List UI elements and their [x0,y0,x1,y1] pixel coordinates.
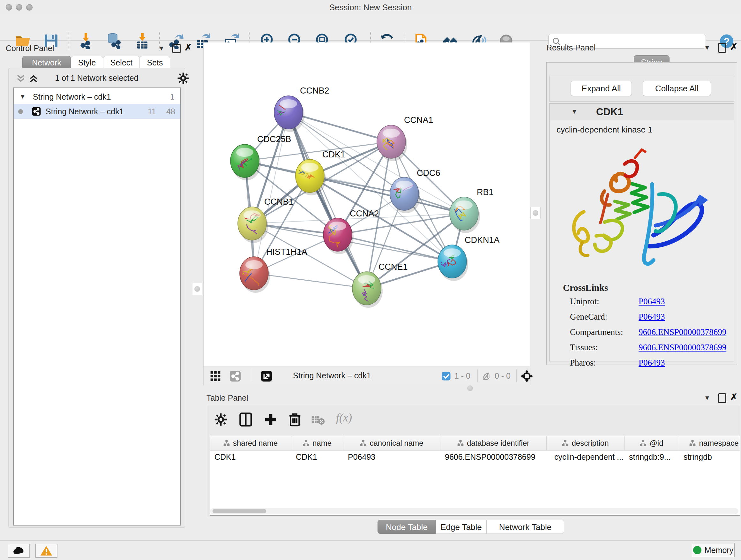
crosslink-row: Pharos:P06493 [570,358,730,368]
collapse-all-button[interactable]: Collapse All [643,81,711,96]
network-canvas[interactable]: CCNB2CCNA1CDC25BCDK1CDC6RB1CCNB1CCNA2CDK… [203,43,530,367]
gear-icon[interactable] [177,72,189,84]
table-cell[interactable]: stringdb [679,450,740,463]
edge-HIST1H1A-CCNE1[interactable] [254,273,367,288]
crosslink-value-link[interactable]: P06493 [638,312,665,322]
node-CCNA1[interactable] [377,125,407,161]
table-cell[interactable]: cyclin-dependent ... [547,450,624,463]
selected-checkbox-icon[interactable] [441,371,451,381]
tab-sets[interactable]: Sets [140,56,170,69]
table-cell[interactable]: P06493 [343,450,441,463]
table-panel-float-icon[interactable] [718,393,726,403]
node-CDKN1A[interactable] [438,245,468,281]
node-CDC25B[interactable] [230,144,261,180]
control-panel-collapse-icon[interactable]: ▼ [158,45,165,51]
control-panel-float-icon[interactable] [172,44,181,53]
edge-CCNB2-CCNE1[interactable] [288,112,367,288]
entry-collapse-icon[interactable]: ▼ [571,108,578,115]
column-header-label: @id [650,439,663,448]
control-panel-title: Control Panel [6,44,54,53]
network-graph[interactable]: CCNB2CCNA1CDC25BCDK1CDC6RB1CCNB1CCNA2CDK… [204,43,530,367]
tree-expander-icon[interactable]: ▼ [19,93,26,100]
column-header-description[interactable]: description [547,436,624,450]
show-columns-icon[interactable] [239,412,253,427]
grid-view-icon[interactable] [210,371,221,381]
network-collection-count: 1 [170,89,175,104]
node-table[interactable]: shared namenamecanonical namedatabase id… [210,436,740,516]
tab-node-table[interactable]: Node Table [378,520,436,534]
fit-selected-crosshair-icon[interactable] [520,369,534,383]
node-HIST1H1A[interactable] [239,257,270,293]
crosslink-value-link[interactable]: 9606.ENSP00000378699 [638,343,726,353]
bottom-splitter-handle[interactable] [467,385,473,391]
window-title: Session: New Session [0,3,741,12]
column-type-icon [303,440,309,446]
results-panel-title: Results Panel [546,43,596,52]
tab-edge-table[interactable]: Edge Table [436,520,486,534]
column-header-label: database identifier [467,439,529,448]
delete-column-icon[interactable] [287,412,302,427]
table-panel-close-icon[interactable]: ✗ [730,393,738,401]
node-CDK1[interactable] [295,159,326,195]
network-view-icon[interactable] [229,370,241,382]
table-cell[interactable]: 9606.ENSP00000378699 [441,450,547,463]
table-panel-collapse-icon[interactable]: ▼ [704,395,711,401]
node-CCNE1[interactable] [352,272,383,308]
control-panel-close-icon[interactable]: ✗ [185,43,192,52]
column-header--id[interactable]: @id [624,436,679,450]
table-hscrollbar[interactable] [210,508,738,514]
memory-button[interactable]: Memory [692,543,735,557]
open-in-window-icon[interactable] [260,370,273,382]
tab-select[interactable]: Select [103,56,140,69]
edge-CCNA2-CDKN1A[interactable] [338,235,452,261]
tab-network[interactable]: Network [22,56,71,69]
add-column-icon[interactable] [263,412,278,427]
crosslinks-list: Uniprot:P06493GeneCard:P06493Compartment… [570,297,730,373]
table-cell[interactable]: stringdb:9... [624,450,679,463]
table-cell[interactable]: CDK1 [291,450,343,463]
node-CCNA2[interactable] [323,218,354,254]
cloud-status-button[interactable] [8,544,30,558]
expand-all-button[interactable]: Expand All [570,81,632,96]
crosslink-value-link[interactable]: P06493 [638,297,665,307]
node-CDC6[interactable] [390,177,420,213]
column-header-name[interactable]: name [291,436,343,450]
table-cell[interactable]: CDK1 [210,450,291,463]
left-splitter-handle[interactable] [192,283,202,295]
control-panel: Control Panel ▼ ✗ Network Style Select S… [4,43,189,529]
table-gear-icon[interactable] [214,413,227,426]
column-header-label: shared name [233,439,278,448]
column-type-icon [457,440,464,446]
table-row[interactable]: CDK1CDK1P064939606.ENSP00000378699cyclin… [210,450,740,463]
right-splitter-handle[interactable] [530,207,541,219]
node-RB1[interactable] [450,197,480,233]
column-type-icon [360,440,366,446]
node-label-CDC6: CDC6 [417,168,441,178]
cdk1-entry-header[interactable]: ▼ CDK1 [549,104,734,121]
warning-button[interactable] [35,544,57,558]
column-header-shared-name[interactable]: shared name [210,436,291,450]
memory-status-dot [693,546,701,554]
results-panel-float-icon[interactable] [718,43,726,53]
tab-network-table[interactable]: Network Table [486,520,564,534]
crosslink-value-link[interactable]: P06493 [638,358,665,368]
column-header-label: description [571,439,609,448]
tab-style[interactable]: Style [71,56,103,69]
node-CCNB2[interactable] [265,96,305,132]
column-header-namespace[interactable]: namespace [679,436,740,450]
table-panel: Table Panel ▼ ✗ f(x) shared namenamecano… [203,393,741,537]
results-panel-collapse-icon[interactable]: ▼ [704,44,711,51]
crosslink-value-link[interactable]: 9606.ENSP00000378699 [638,327,726,337]
node-label-CDKN1A: CDKN1A [465,235,500,245]
crosslink-row: Compartments:9606.ENSP00000378699 [570,327,730,337]
column-header-database-identifier[interactable]: database identifier [441,436,547,450]
network-row[interactable]: String Network – cdk1 11 48 [14,104,180,119]
gene-description: cyclin-dependent kinase 1 [556,125,653,135]
hidden-count: 0 - 0 [495,371,511,381]
node-CCNB1[interactable] [238,207,268,243]
column-header-canonical-name[interactable]: canonical name [343,436,441,450]
results-panel-close-icon[interactable]: ✗ [730,43,738,51]
network-collection-row[interactable]: ▼ String Network – cdk1 1 [14,89,180,104]
cdk1-entry-body: cyclin-dependent kinase 1 [549,120,734,361]
table-hscroll-thumb[interactable] [212,509,266,513]
